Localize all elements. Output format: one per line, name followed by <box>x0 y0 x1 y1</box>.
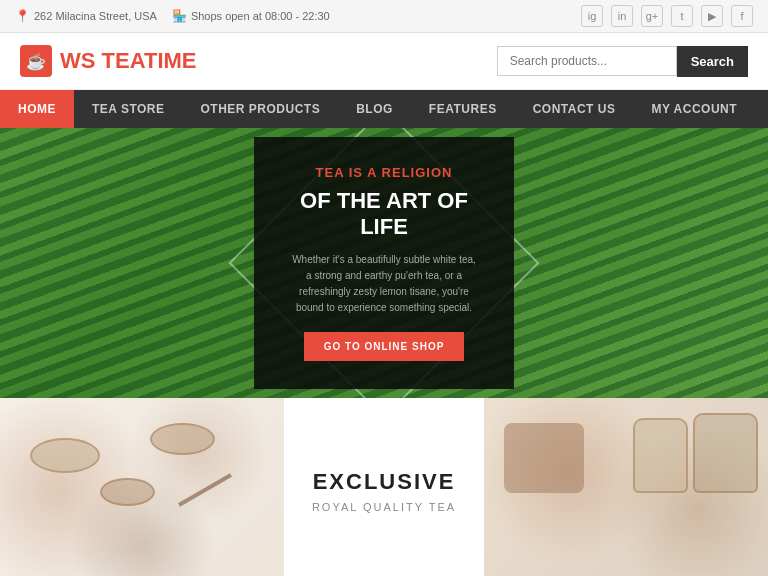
facebook-icon[interactable]: f <box>731 5 753 27</box>
youtube-icon[interactable]: ▶ <box>701 5 723 27</box>
linkedin-icon[interactable]: in <box>611 5 633 27</box>
tea-sticks <box>178 473 232 506</box>
address-text: 262 Milacina Street, USA <box>34 10 157 22</box>
nav-item-home[interactable]: HOME <box>0 90 74 128</box>
top-bar: 📍 262 Milacina Street, USA 🏪 Shops open … <box>0 0 768 33</box>
top-bar-info-group: 📍 262 Milacina Street, USA 🏪 Shops open … <box>15 9 330 23</box>
hero-overlay: TEA IS A RELIGION OF THE ART OF LIFE Whe… <box>0 128 768 398</box>
logo[interactable]: ☕ WS TEATIME <box>20 45 197 77</box>
nav-item-tea-store[interactable]: TEA STORE <box>74 90 183 128</box>
hero-description: Whether it's a beautifully subtle white … <box>289 252 479 316</box>
main-nav: HOME TEA STORE OTHER PRODUCTS BLOG FEATU… <box>0 90 768 128</box>
bottom-section: EXCLUSIVE ROYAL QUALITY TEA <box>0 398 768 576</box>
header: ☕ WS TEATIME Search <box>0 33 768 90</box>
instagram-icon[interactable]: ig <box>581 5 603 27</box>
bottom-subtitle: ROYAL QUALITY TEA <box>312 501 456 513</box>
tea-items-background <box>0 398 284 576</box>
logo-brand: WS <box>60 48 95 73</box>
pin-icon: 📍 <box>15 9 30 23</box>
twitter-icon[interactable]: t <box>671 5 693 27</box>
nav-item-account[interactable]: MY ACCOUNT <box>633 90 755 128</box>
social-icons-group: ig in g+ t ▶ f <box>581 5 753 27</box>
hero-cta-button[interactable]: GO TO ONLINE SHOP <box>304 332 465 361</box>
logo-icon: ☕ <box>20 45 52 77</box>
hero-subtitle: TEA IS A RELIGION <box>289 165 479 180</box>
bottom-left-image <box>0 398 284 576</box>
search-input[interactable] <box>497 46 677 76</box>
logo-text: WS TEATIME <box>60 48 197 74</box>
search-button[interactable]: Search <box>677 46 748 77</box>
bottom-right-image <box>484 398 768 576</box>
nav-item-contact[interactable]: CONTACT US <box>515 90 634 128</box>
tea-bowl-3 <box>150 423 215 455</box>
hero-title: OF THE ART OF LIFE <box>289 188 479 241</box>
tea-bowl-2 <box>100 478 155 506</box>
hero-section: TEA IS A RELIGION OF THE ART OF LIFE Whe… <box>0 128 768 398</box>
nav-item-other-products[interactable]: OTHER PRODUCTS <box>183 90 339 128</box>
search-bar: Search <box>497 46 748 77</box>
tea-jar-2 <box>693 413 758 493</box>
nav-item-features[interactable]: FEATURES <box>411 90 515 128</box>
nav-item-blog[interactable]: BLOG <box>338 90 411 128</box>
address-info: 📍 262 Milacina Street, USA <box>15 9 157 23</box>
tea-bowl-1 <box>30 438 100 473</box>
tea-mug <box>504 423 584 493</box>
google-plus-icon[interactable]: g+ <box>641 5 663 27</box>
hero-text-box: TEA IS A RELIGION OF THE ART OF LIFE Whe… <box>254 137 514 390</box>
logo-name: TEATIME <box>102 48 197 73</box>
tea-jar-1 <box>633 418 688 493</box>
tea-right-background <box>484 398 768 576</box>
bottom-center-text: EXCLUSIVE ROYAL QUALITY TEA <box>284 398 484 576</box>
hours-text: Shops open at 08:00 - 22:30 <box>191 10 330 22</box>
bottom-title: EXCLUSIVE <box>313 469 456 495</box>
shop-icon: 🏪 <box>172 9 187 23</box>
hours-info: 🏪 Shops open at 08:00 - 22:30 <box>172 9 330 23</box>
